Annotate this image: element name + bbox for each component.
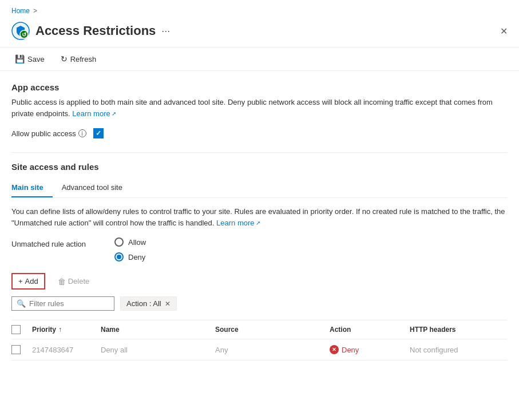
radio-deny-outer [114,252,124,261]
site-access-section: Site access and rules Main site Advanced… [11,162,508,360]
rules-table: Priority ↑ Name Source Action HTTP heade… [11,320,508,360]
breadcrumb-separator: > [33,7,37,15]
refresh-icon: ↻ [61,54,68,64]
delete-icon: 🗑 [58,277,66,286]
row-name: Deny all [101,346,215,354]
action-filter-clear[interactable]: ✕ [165,300,171,308]
breadcrumb-home[interactable]: Home [11,7,30,15]
filter-input-wrap: 🔍 [11,296,114,311]
allow-public-label: Allow public access i [11,129,86,138]
header-left: ↺ Access Restrictions ··· [11,22,170,40]
table-row: 2147483647 Deny all Any Deny Not configu… [11,339,508,360]
refresh-button[interactable]: ↻ Refresh [57,52,100,66]
more-options[interactable]: ··· [161,25,170,37]
site-access-title: Site access and rules [11,162,508,172]
page-header: ↺ Access Restrictions ··· ✕ [0,17,519,47]
add-button[interactable]: + Add [11,273,45,290]
refresh-label: Refresh [70,55,97,64]
sort-arrow: ↑ [58,326,62,334]
table-header: Priority ↑ Name Source Action HTTP heade… [11,320,508,339]
app-access-title: App access [11,82,508,92]
th-priority[interactable]: Priority ↑ [32,325,101,334]
toolbar: 💾 Save ↻ Refresh [0,47,519,71]
th-checkbox [11,325,32,334]
filter-bar: 🔍 Action : All ✕ [11,296,508,311]
deny-icon [330,345,339,354]
action-bar: + Add 🗑 Delete [11,273,508,290]
action-filter-label: Action : All [126,299,161,308]
radio-allow[interactable]: Allow [114,237,146,247]
filter-input[interactable] [29,299,109,308]
allow-public-checkbox[interactable] [93,128,104,138]
th-source: Source [215,325,330,334]
app-access-learn-more[interactable]: Learn more ➚ [72,108,116,120]
th-http-headers: HTTP headers [410,325,501,334]
save-icon: 💾 [15,54,25,64]
rules-description: You can define lists of allow/deny rules… [11,206,508,228]
close-button[interactable]: ✕ [500,26,508,37]
breadcrumb: Home > [0,0,519,17]
add-icon: + [18,277,23,286]
select-all-checkbox[interactable] [11,325,21,334]
search-icon: 🔍 [17,299,26,308]
rules-learn-more[interactable]: Learn more ➚ [216,217,260,229]
row-priority: 2147483647 [32,346,101,354]
app-access-section: App access Public access is applied to b… [11,82,508,138]
deny-badge: Deny [330,345,410,354]
content-area: App access Public access is applied to b… [0,71,519,372]
add-label: Add [25,277,38,286]
delete-label: Delete [68,277,90,286]
rules-external-link-icon: ➚ [256,219,260,227]
action-filter-badge: Action : All ✕ [120,296,177,311]
row-select-checkbox[interactable] [11,345,21,354]
delete-button[interactable]: 🗑 Delete [52,274,96,289]
row-checkbox[interactable] [11,345,32,354]
th-action: Action [330,325,410,334]
external-link-icon: ➚ [112,109,116,118]
allow-public-info-icon[interactable]: i [78,129,86,137]
allow-public-row: Allow public access i [11,128,508,138]
page-icon: ↺ [11,22,30,40]
tab-main-site[interactable]: Main site [11,179,53,197]
page-title: Access Restrictions [35,23,156,38]
row-action: Deny [330,345,410,354]
unmatched-rule-row: Unmatched rule action Allow Deny [11,237,508,261]
app-access-desc: Public access is applied to both main si… [11,97,508,119]
radio-deny-inner [117,255,121,259]
site-tabs: Main site Advanced tool site [11,179,508,198]
unmatched-rule-label: Unmatched rule action [11,237,92,248]
th-name: Name [101,325,215,334]
svg-text:↺: ↺ [22,31,27,38]
save-button[interactable]: 💾 Save [11,52,48,66]
row-http-headers: Not configured [410,346,501,354]
radio-deny[interactable]: Deny [114,252,146,261]
save-label: Save [27,55,45,64]
unmatched-rule-options: Allow Deny [114,237,146,261]
radio-allow-outer [114,237,124,247]
divider-1 [11,152,508,153]
row-source: Any [215,346,330,354]
tab-advanced-tool-site[interactable]: Advanced tool site [53,179,132,197]
